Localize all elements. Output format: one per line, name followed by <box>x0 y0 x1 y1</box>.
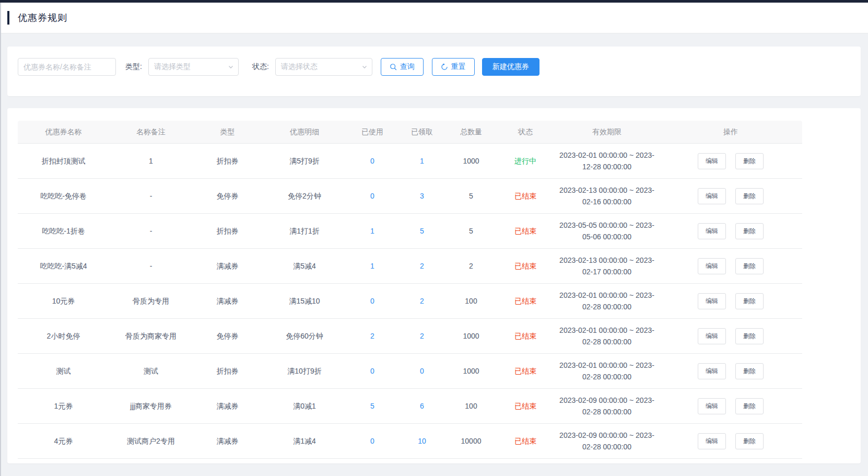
edit-button[interactable]: 编辑 <box>698 293 726 309</box>
claimed-count-link[interactable]: 10 <box>418 437 426 445</box>
used-count-link[interactable]: 0 <box>370 437 374 445</box>
edit-button[interactable]: 编辑 <box>698 258 726 274</box>
delete-button[interactable]: 删除 <box>735 188 764 204</box>
edit-button[interactable]: 编辑 <box>698 398 726 414</box>
total-count-cell: 10000 <box>446 435 496 447</box>
claimed-count-link[interactable]: 6 <box>420 402 424 410</box>
detail-cell: 满10打9折 <box>262 365 347 377</box>
name-note-cell: - <box>109 225 193 237</box>
valid-period-cell: 2023-02-01 00:00:00 ~ 2023-12-28 00:00:0… <box>555 149 659 172</box>
claimed-count-link[interactable]: 0 <box>420 367 424 375</box>
coupon-name-cell: 10元券 <box>18 295 109 307</box>
edit-button[interactable]: 编辑 <box>698 363 726 379</box>
detail-cell: 满1减4 <box>262 435 347 447</box>
used-count-link[interactable]: 1 <box>370 227 374 235</box>
coupon-type-cell: 折扣券 <box>193 225 262 237</box>
claimed-count-link[interactable]: 1 <box>420 157 424 165</box>
claimed-count-link[interactable]: 2 <box>420 297 424 305</box>
delete-button[interactable]: 删除 <box>735 223 764 239</box>
delete-button[interactable]: 删除 <box>735 328 764 344</box>
used-count-link[interactable]: 0 <box>370 367 374 375</box>
total-count-cell: 5 <box>446 190 496 202</box>
name-note-cell: 测试 <box>109 365 193 377</box>
delete-button[interactable]: 删除 <box>735 293 764 309</box>
coupon-name-cell: 吃吃吃-1折卷 <box>18 225 109 237</box>
used-count-link[interactable]: 0 <box>370 192 374 200</box>
coupon-name-cell: 吃吃吃-免停卷 <box>18 190 109 202</box>
coupon-name-cell: 2小时免停 <box>18 330 109 342</box>
delete-button[interactable]: 删除 <box>735 363 764 379</box>
actions-cell: 编辑 删除 <box>659 363 802 379</box>
create-coupon-button[interactable]: 新建优惠券 <box>482 58 539 76</box>
used-count-link[interactable]: 5 <box>370 402 374 410</box>
detail-cell: 满0减1 <box>262 400 347 412</box>
used-count-link[interactable]: 0 <box>370 157 374 165</box>
status-badge: 已结束 <box>514 367 536 375</box>
delete-button[interactable]: 删除 <box>735 153 764 169</box>
detail-cell: 满15减10 <box>262 295 347 307</box>
valid-period-cell: 2023-02-09 00:00:00 ~ 2023-02-28 00:00:0… <box>555 394 659 417</box>
edit-button[interactable]: 编辑 <box>698 433 726 449</box>
title-accent-bar <box>7 11 9 25</box>
table-row: 2小时免停 骨质为商家专用 免停券 免停60分钟 2 2 1000 已结束 20… <box>18 319 802 354</box>
filter-card: 类型: 请选择类型 状态: 请选择状态 查询 重置 新建优惠券 <box>7 47 861 96</box>
status-badge: 已结束 <box>514 262 536 270</box>
claimed-count-link[interactable]: 3 <box>420 192 424 200</box>
status-badge: 已结束 <box>514 227 536 235</box>
page-title: 优惠券规则 <box>18 11 67 24</box>
actions-cell: 编辑 删除 <box>659 153 802 169</box>
used-count-link[interactable]: 0 <box>370 297 374 305</box>
detail-cell: 免停2分钟 <box>262 190 347 202</box>
edit-button[interactable]: 编辑 <box>698 188 726 204</box>
actions-cell: 编辑 删除 <box>659 223 802 239</box>
total-count-cell: 100 <box>446 400 496 412</box>
status-select[interactable]: 请选择状态 <box>275 58 372 76</box>
reset-button[interactable]: 重置 <box>432 58 475 76</box>
page-header: 优惠券规则 <box>0 3 868 33</box>
status-badge: 已结束 <box>514 402 536 410</box>
coupon-type-cell: 满减券 <box>193 435 262 447</box>
valid-period-cell: 2023-02-13 00:00:00 ~ 2023-02-16 00:00:0… <box>555 184 659 207</box>
search-button[interactable]: 查询 <box>381 58 424 76</box>
valid-period-cell: 2023-02-01 00:00:00 ~ 2023-02-28 00:00:0… <box>555 289 659 312</box>
used-count-link[interactable]: 1 <box>370 262 374 270</box>
total-count-cell: 100 <box>446 295 496 307</box>
table-body: 折扣封顶测试 1 折扣券 满5打9折 0 1 1000 进行中 2023-02-… <box>18 144 850 459</box>
status-badge: 已结束 <box>514 437 536 445</box>
coupon-name-cell: 测试 <box>18 365 109 377</box>
search-icon <box>390 63 397 71</box>
coupon-name-cell: 4元券 <box>18 435 109 447</box>
column-header-status: 状态 <box>496 127 555 137</box>
chevron-down-icon <box>361 64 368 70</box>
delete-button[interactable]: 删除 <box>735 433 764 449</box>
type-select[interactable]: 请选择类型 <box>148 58 239 76</box>
name-note-cell: 骨质为专用 <box>109 295 193 307</box>
coupon-type-cell: 免停券 <box>193 190 262 202</box>
column-header-type: 类型 <box>193 127 262 137</box>
claimed-count-link[interactable]: 5 <box>420 227 424 235</box>
refresh-icon <box>441 63 448 71</box>
status-badge: 已结束 <box>514 192 536 200</box>
edit-button[interactable]: 编辑 <box>698 153 726 169</box>
column-header-note: 名称备注 <box>109 127 193 137</box>
actions-cell: 编辑 删除 <box>659 398 802 414</box>
delete-button[interactable]: 删除 <box>735 258 764 274</box>
edit-button[interactable]: 编辑 <box>698 328 726 344</box>
detail-cell: 满5打9折 <box>262 155 347 167</box>
column-header-used: 已使用 <box>347 127 398 137</box>
coupon-name-search-input[interactable] <box>18 58 116 76</box>
name-note-cell: - <box>109 190 193 202</box>
coupon-type-cell: 满减券 <box>193 295 262 307</box>
status-select-placeholder: 请选择状态 <box>281 62 318 72</box>
edit-button[interactable]: 编辑 <box>698 223 726 239</box>
coupon-type-cell: 折扣券 <box>193 155 262 167</box>
used-count-link[interactable]: 2 <box>370 332 374 340</box>
valid-period-cell: 2023-02-01 00:00:00 ~ 2023-02-28 00:00:0… <box>555 324 659 347</box>
status-badge: 已结束 <box>514 332 536 340</box>
delete-button[interactable]: 删除 <box>735 398 764 414</box>
claimed-count-link[interactable]: 2 <box>420 332 424 340</box>
column-header-actions: 操作 <box>659 127 802 137</box>
table-row: 折扣封顶测试 1 折扣券 满5打9折 0 1 1000 进行中 2023-02-… <box>18 144 802 179</box>
claimed-count-link[interactable]: 2 <box>420 262 424 270</box>
actions-cell: 编辑 删除 <box>659 433 802 449</box>
